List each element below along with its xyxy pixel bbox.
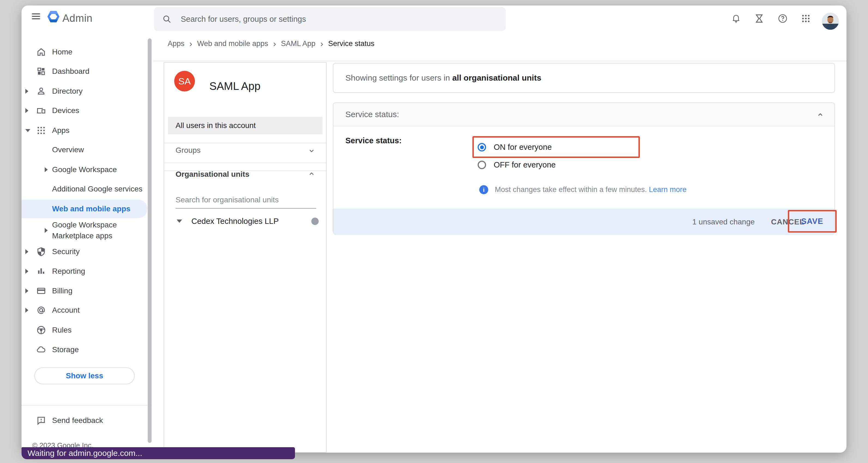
show-less-button[interactable]: Show less xyxy=(34,367,135,384)
breadcrumb-apps[interactable]: Apps xyxy=(168,39,185,48)
product-title: Admin xyxy=(62,12,92,24)
radio-off-for-everyone[interactable]: OFF for everyone xyxy=(477,160,556,169)
radio-on-for-everyone[interactable]: ON for everyone xyxy=(477,143,552,152)
search-icon xyxy=(162,14,172,24)
hourglass-icon[interactable] xyxy=(754,13,764,24)
devices-icon xyxy=(36,106,46,115)
breadcrumb-current: Service status xyxy=(328,39,375,48)
breadcrumb-saml-app[interactable]: SAML App xyxy=(281,39,316,48)
unsaved-changes-bar: 1 unsaved change CANCEL SAVE xyxy=(333,209,834,235)
sidebar-item-overview[interactable]: Overview xyxy=(22,140,148,159)
person-icon xyxy=(36,86,46,96)
breadcrumb-separator: › xyxy=(320,39,323,49)
apps-grid-icon[interactable] xyxy=(801,13,811,24)
tree-collapse-caret-icon[interactable] xyxy=(177,220,182,223)
cloud-icon xyxy=(36,345,46,355)
groups-section-toggle[interactable]: Groups xyxy=(164,141,326,160)
breadcrumb-web-and-mobile-apps[interactable]: Web and mobile apps xyxy=(197,39,268,48)
org-units-search[interactable] xyxy=(176,193,316,209)
collapse-caret-icon[interactable] xyxy=(25,129,30,132)
sidebar-item-billing[interactable]: Billing xyxy=(22,282,148,300)
sidebar-item-reporting[interactable]: Reporting xyxy=(22,262,148,281)
chevron-up-icon xyxy=(308,170,315,177)
learn-more-link[interactable]: Learn more xyxy=(649,186,686,194)
admin-hexagon-logo xyxy=(48,11,59,22)
info-icon: i xyxy=(479,185,488,194)
sidebar-item-rules[interactable]: Rules xyxy=(22,321,148,340)
send-feedback-button[interactable]: Send feedback xyxy=(22,411,148,430)
breadcrumb-separator: › xyxy=(273,39,276,49)
sidebar-item-storage[interactable]: Storage xyxy=(22,340,148,359)
org-units-section-toggle[interactable]: Organisational units xyxy=(164,165,326,184)
expand-caret-icon[interactable] xyxy=(25,308,28,313)
expand-caret-icon[interactable] xyxy=(25,289,28,293)
sidebar-item-web-and-mobile-apps[interactable]: Web and mobile apps xyxy=(22,200,148,218)
unsaved-count: 1 unsaved change xyxy=(692,218,754,226)
breadcrumb-separator: › xyxy=(189,39,192,49)
app-avatar: SA xyxy=(174,71,195,92)
steering-wheel-icon xyxy=(36,325,46,335)
admin-console-window: Admin xyxy=(22,5,846,453)
at-sign-icon xyxy=(36,305,46,315)
org-unit-status-dot xyxy=(311,218,319,225)
sidebar-item-google-workspace[interactable]: Google Workspace xyxy=(22,160,148,179)
dashboard-icon xyxy=(36,66,46,76)
service-status-section-header[interactable]: Service status: xyxy=(333,103,834,126)
info-text: Most changes take effect within a few mi… xyxy=(495,186,649,194)
org-units-search-input[interactable] xyxy=(176,193,316,209)
apps-icon xyxy=(36,126,46,135)
sidebar-item-home[interactable]: Home xyxy=(22,42,148,62)
breadcrumb-divider xyxy=(153,61,846,61)
service-status-field-label: Service status: xyxy=(345,136,402,145)
info-note: i Most changes take effect within a few … xyxy=(479,185,686,194)
divider xyxy=(164,163,326,163)
sidebar-item-google-workspace-marketplace-apps[interactable]: Google Workspace Marketplace apps xyxy=(22,220,148,241)
sidebar-item-dashboard[interactable]: Dashboard xyxy=(22,62,148,81)
scope-prefix: Showing settings for users in xyxy=(345,73,452,82)
status-text: Waiting for admin.google.com... xyxy=(28,449,142,458)
credit-card-icon xyxy=(36,286,46,296)
sidebar-item-apps[interactable]: Apps xyxy=(22,121,148,140)
browser-status-bar: Waiting for admin.google.com... xyxy=(22,447,295,459)
sidebar-scrollbar[interactable] xyxy=(148,38,152,443)
scope-banner: Showing settings for users in all organi… xyxy=(333,63,835,93)
chevron-up-icon xyxy=(817,111,824,118)
help-icon[interactable] xyxy=(778,13,787,24)
chevron-down-icon xyxy=(308,147,315,155)
app-name: SAML App xyxy=(209,80,260,92)
sidebar-item-devices[interactable]: Devices xyxy=(22,101,148,120)
home-icon xyxy=(36,47,46,57)
expand-caret-icon[interactable] xyxy=(45,228,48,233)
save-button: SAVE xyxy=(801,217,823,226)
breadcrumb: Apps › Web and mobile apps › SAML App › … xyxy=(168,38,374,49)
search-input[interactable] xyxy=(181,15,480,24)
sidebar-item-security[interactable]: Security xyxy=(22,242,148,261)
hamburger-menu-icon[interactable] xyxy=(32,13,40,19)
org-unit-row[interactable]: Cedex Technologies LLP xyxy=(164,213,326,229)
radio-unselected-icon[interactable] xyxy=(477,161,486,169)
feedback-icon xyxy=(36,416,46,425)
app-panel: SA SAML App All users in this account Gr… xyxy=(163,62,327,453)
scope-value: all organisational units xyxy=(452,73,541,82)
shield-icon xyxy=(36,247,46,257)
expand-caret-icon[interactable] xyxy=(45,167,48,172)
radio-selected-icon[interactable] xyxy=(477,143,486,152)
save-button-highlight-box[interactable]: SAVE xyxy=(788,210,837,233)
sidebar-item-account[interactable]: Account xyxy=(22,301,148,320)
sidebar-item-directory[interactable]: Directory xyxy=(22,82,148,101)
sidebar-divider xyxy=(22,405,152,405)
notifications-bell-icon[interactable] xyxy=(731,13,741,24)
global-search[interactable] xyxy=(154,7,506,31)
bar-chart-icon xyxy=(36,266,46,276)
expand-caret-icon[interactable] xyxy=(25,249,28,254)
expand-caret-icon[interactable] xyxy=(25,89,28,94)
expand-caret-icon[interactable] xyxy=(25,108,28,113)
expand-caret-icon[interactable] xyxy=(25,269,28,274)
service-status-card: Service status: Service status: ON for e… xyxy=(333,102,835,234)
user-avatar[interactable] xyxy=(822,13,839,30)
all-users-item[interactable]: All users in this account xyxy=(168,117,322,134)
sidebar-item-additional-google-services[interactable]: Additional Google services xyxy=(22,179,148,199)
